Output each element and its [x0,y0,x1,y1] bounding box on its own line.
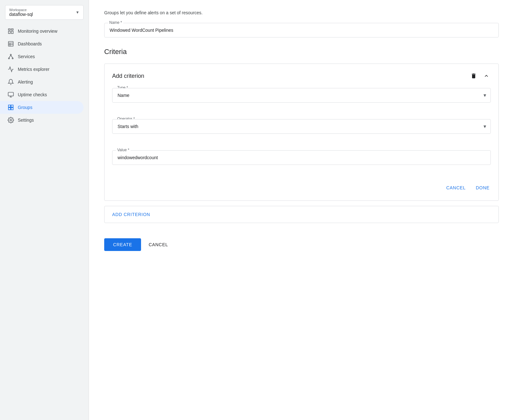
criterion-done-button[interactable]: DONE [475,183,491,193]
criterion-title: Add criterion [112,73,144,79]
svg-rect-17 [11,105,13,107]
operator-select-wrapper: Starts with Ends with Contains Equals ▼ [112,119,491,134]
criterion-header: Add criterion [112,71,491,80]
svg-rect-2 [9,31,10,34]
sidebar-item-services[interactable]: Services [0,50,84,63]
workspace-label: Workspace [9,8,33,12]
value-input[interactable] [112,150,491,165]
workspace-selector[interactable]: Workspace dataflow-sql ▼ [5,5,84,20]
svg-point-9 [9,58,10,59]
type-field-group: Type * Name Tag Project ▼ [112,88,491,103]
alerting-icon [8,79,18,85]
collapse-criterion-button[interactable] [482,71,491,80]
type-select-wrapper: Name Tag Project ▼ [112,88,491,103]
metrics-explorer-icon [8,66,18,72]
create-button[interactable]: CREATE [104,238,141,251]
sidebar-item-groups-label: Groups [18,105,32,110]
sidebar-item-alerting[interactable]: Alerting [0,76,84,88]
delete-criterion-button[interactable] [469,71,478,80]
value-field-group: Value * [112,150,491,165]
svg-rect-19 [11,108,13,110]
sidebar-item-settings-label: Settings [18,118,34,123]
sidebar-item-dashboards[interactable]: Dashboards [0,37,84,50]
sidebar-item-uptime-checks[interactable]: Uptime checks [0,88,84,101]
svg-point-8 [10,54,11,55]
svg-rect-18 [9,108,11,110]
name-label: Name * [108,20,123,25]
sidebar-item-monitoring-overview-label: Monitoring overview [18,29,57,34]
svg-rect-0 [9,29,10,30]
sidebar-item-services-label: Services [18,54,35,59]
intro-text: Groups let you define alerts on a set of… [104,10,499,15]
svg-point-10 [12,58,13,59]
sidebar-item-settings[interactable]: Settings [0,114,84,126]
criterion-card: Add criterion Type * Name Tag Project [104,64,499,201]
sidebar-item-uptime-checks-label: Uptime checks [18,92,47,97]
criterion-fields: Type * Name Tag Project ▼ Operator * Sta… [112,88,491,175]
cancel-button[interactable]: CANCEL [146,238,171,251]
operator-select[interactable]: Starts with Ends with Contains Equals [112,119,491,134]
monitoring-overview-icon [8,28,18,34]
name-field-group: Name * [104,23,499,37]
sidebar: Workspace dataflow-sql ▼ Monitoring over… [0,0,89,420]
criterion-cancel-button[interactable]: CANCEL [445,183,467,193]
criterion-actions [469,71,491,80]
svg-rect-16 [9,105,11,107]
svg-rect-4 [9,42,13,46]
sidebar-item-metrics-explorer[interactable]: Metrics explorer [0,63,84,76]
value-label: Value * [116,148,131,152]
workspace-arrow-icon: ▼ [76,10,79,15]
services-icon [8,53,18,60]
svg-point-20 [10,119,12,121]
name-input[interactable] [104,23,499,37]
main-content: Groups let you define alerts on a set of… [89,0,514,420]
svg-rect-3 [11,31,13,34]
sidebar-item-monitoring-overview[interactable]: Monitoring overview [0,25,84,37]
groups-icon [8,104,18,111]
sidebar-item-groups[interactable]: Groups [0,101,84,114]
svg-rect-1 [11,29,13,30]
sidebar-item-dashboards-label: Dashboards [18,41,42,46]
sidebar-item-alerting-label: Alerting [18,79,33,85]
settings-icon [8,117,18,123]
add-criterion-button[interactable]: ADD CRITERION [104,206,499,223]
operator-field-group: Operator * Starts with Ends with Contain… [112,119,491,134]
criteria-title: Criteria [104,48,499,56]
criterion-footer: CANCEL DONE [112,183,491,193]
dashboards-icon [8,41,18,47]
bottom-actions: CREATE CANCEL [104,238,499,251]
svg-line-11 [9,55,11,58]
svg-rect-13 [8,92,14,96]
sidebar-item-metrics-explorer-label: Metrics explorer [18,67,50,72]
svg-line-12 [11,55,13,58]
workspace-name: dataflow-sql [9,12,33,17]
type-select[interactable]: Name Tag Project [112,88,491,103]
uptime-checks-icon [8,91,18,98]
